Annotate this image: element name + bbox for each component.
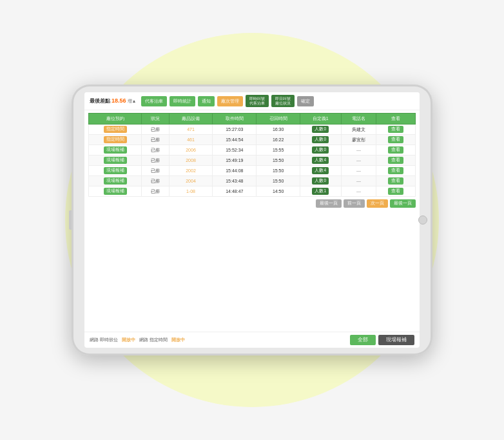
col-header-6: 電話名: [341, 114, 376, 125]
col-pickup-time: 15:44:08: [213, 166, 257, 176]
col-pickup-time: 15:52:34: [213, 145, 257, 155]
table-row: 現場報補已排1-0814:48:4714:50人數1—查看: [89, 186, 416, 197]
col-people: 人數0: [300, 145, 341, 155]
footer-status: 網路 即時狀位 開放中 網路 指定時間 開放中: [90, 337, 185, 343]
footer-buttons: 全部 現場報補: [350, 335, 414, 345]
logo-sub-text: 増▲: [128, 98, 137, 105]
action-button[interactable]: 查看: [388, 136, 403, 143]
col-type-badge: 現場報補: [89, 186, 142, 197]
col-recall-time: 15:50: [257, 176, 300, 186]
ipad-frame: 最後差點 18.56 増▲ 代客泊車 即時統計 通知 廠次管理 即時叫號代客泊車…: [72, 85, 432, 355]
logo-area: 最後差點 18.56 増▲: [90, 97, 136, 105]
page-last-btn[interactable]: 最後一頁: [316, 199, 342, 208]
type-badge-text: 指定時間: [104, 136, 127, 143]
col-status: 已排: [142, 125, 169, 135]
col-pickup-time: 15:43:48: [213, 176, 257, 186]
type-badge-text: 現場報補: [104, 146, 127, 154]
btn-all[interactable]: 全部: [350, 335, 376, 345]
col-header-1: 狀況: [142, 114, 169, 125]
table-row: 現場報補已排200415:43:4815:50人數0—查看: [89, 176, 416, 186]
people-badge-text: 人數0: [312, 177, 329, 185]
col-header-3: 取件時間: [213, 114, 257, 125]
number-link[interactable]: 2004: [186, 179, 196, 183]
col-number[interactable]: 461: [169, 135, 213, 145]
col-people: 人數4: [300, 155, 341, 166]
col-action: 查看: [376, 166, 416, 176]
col-recall-time: 15:50: [257, 166, 300, 176]
nav-btn-6[interactable]: 即日叫號廠位狀況: [271, 95, 295, 107]
status1-label: 網路 即時狀位: [90, 337, 118, 343]
table-row: 現場報補已排200215:44:0815:50人數4—查看: [89, 166, 416, 176]
col-header-4: 召回時間: [257, 114, 300, 125]
nav-btn-3[interactable]: 通知: [198, 96, 215, 106]
col-recall-time: 16:30: [257, 125, 300, 135]
col-action: 查看: [376, 176, 416, 186]
nav-btn-2[interactable]: 即時統計: [170, 96, 195, 106]
number-link[interactable]: 461: [187, 137, 195, 142]
table-row: 指定時間已排47115:27:0316:30人數0吳建文查看: [89, 125, 416, 135]
page-first-btn[interactable]: 最後一頁: [390, 199, 416, 208]
page-prev-btn[interactable]: 前一頁: [344, 199, 365, 208]
col-type-badge: 指定時間: [89, 135, 142, 145]
col-name: —: [341, 155, 376, 166]
logo-number: 18.56: [111, 97, 126, 104]
page-next-btn[interactable]: 次一頁: [367, 199, 388, 208]
action-button[interactable]: 查看: [388, 188, 403, 195]
type-badge-text: 指定時間: [104, 126, 127, 133]
table-row: 現場報補已排200615:52:3415:55人數0—查看: [89, 145, 416, 155]
col-action: 查看: [376, 155, 416, 166]
action-button[interactable]: 查看: [388, 167, 403, 174]
nav-btn-7[interactable]: 確定: [297, 96, 314, 106]
col-status: 已排: [142, 166, 169, 176]
people-badge-text: 人數0: [312, 136, 329, 143]
type-badge-text: 現場報補: [104, 177, 127, 185]
btn-site[interactable]: 現場報補: [378, 335, 414, 345]
number-link[interactable]: 1-08: [186, 189, 195, 194]
col-pickup-time: 15:44:54: [213, 135, 257, 145]
col-recall-time: 15:55: [257, 145, 300, 155]
screen-content: 廠位預約 狀況 廠品設備 取件時間 召回時間 自定義1 電話名 查看 指定時間已…: [84, 110, 420, 332]
col-name: 吳建文: [341, 125, 376, 135]
col-number[interactable]: 2006: [169, 145, 213, 155]
col-pickup-time: 15:49:19: [213, 155, 257, 166]
col-header-2: 廠品設備: [169, 114, 213, 125]
col-status: 已排: [142, 135, 169, 145]
ipad-screen: 最後差點 18.56 増▲ 代客泊車 即時統計 通知 廠次管理 即時叫號代客泊車…: [84, 92, 420, 348]
col-people: 人數1: [300, 186, 341, 197]
action-button[interactable]: 查看: [388, 157, 403, 164]
nav-btn-1[interactable]: 代客泊車: [141, 96, 167, 106]
number-link[interactable]: 471: [187, 127, 195, 132]
col-header-5: 自定義1: [300, 114, 341, 125]
type-badge-text: 現場報補: [104, 188, 127, 195]
col-recall-time: 14:50: [257, 186, 300, 197]
status1-value: 開放中: [122, 337, 135, 343]
number-link[interactable]: 2006: [186, 148, 196, 152]
col-recall-time: 16:22: [257, 135, 300, 145]
number-link[interactable]: 2008: [186, 158, 196, 163]
dash-text: —: [356, 148, 361, 152]
col-action: 查看: [376, 186, 416, 197]
col-people: 人數0: [300, 135, 341, 145]
col-number[interactable]: 2008: [169, 155, 213, 166]
action-button[interactable]: 查看: [388, 177, 403, 185]
type-badge-text: 現場報補: [104, 167, 127, 174]
col-number[interactable]: 2004: [169, 176, 213, 186]
col-name: —: [341, 166, 376, 176]
nav-btn-4[interactable]: 廠次管理: [217, 96, 243, 106]
action-button[interactable]: 查看: [388, 126, 403, 133]
pagination: 最後一頁 前一頁 次一頁 最後一頁: [88, 199, 416, 208]
dash-text: —: [356, 179, 361, 183]
number-link[interactable]: 2002: [186, 168, 196, 173]
col-number[interactable]: 1-08: [169, 186, 213, 197]
nav-btn-5[interactable]: 即時叫號代客泊車: [246, 95, 269, 107]
people-badge-text: 人數1: [312, 188, 329, 195]
action-button[interactable]: 查看: [388, 146, 403, 154]
status2-label: 網路 指定時間: [139, 337, 168, 343]
col-number[interactable]: 2002: [169, 166, 213, 176]
col-number[interactable]: 471: [169, 125, 213, 135]
dash-text: —: [356, 158, 361, 163]
status2-value: 開放中: [171, 337, 185, 343]
col-name: —: [341, 186, 376, 197]
ipad-home-button[interactable]: [418, 215, 427, 225]
ipad-side-button: [69, 210, 72, 230]
